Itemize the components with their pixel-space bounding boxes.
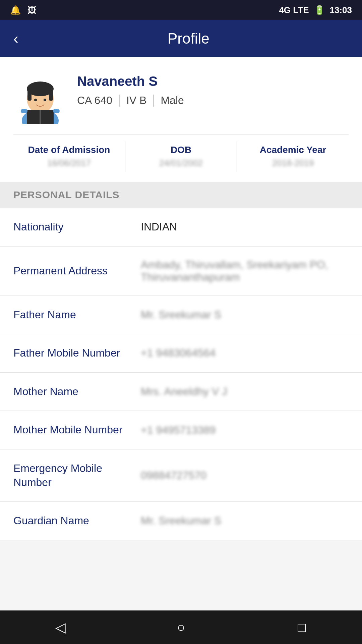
detail-label: Emergency Mobile Number xyxy=(13,462,141,489)
battery-icon: 🔋 xyxy=(314,5,325,15)
svg-point-7 xyxy=(44,99,46,101)
personal-details-header: PERSONAL DETAILS xyxy=(0,182,362,208)
status-bar: 🔔 🖼 4G LTE 🔋 13:03 xyxy=(0,0,362,20)
detail-label: Nationality xyxy=(13,220,141,234)
admission-date-value: 16/06/2017 xyxy=(13,158,125,168)
svg-rect-5 xyxy=(49,89,53,101)
notification-icon: 🔔 xyxy=(10,5,21,15)
detail-row: Guardian NameMr. Sreekumar S xyxy=(0,502,362,540)
detail-label: Permanent Address xyxy=(13,264,141,278)
detail-value: Mr. Sreekumar S xyxy=(141,309,349,321)
page-title: Profile xyxy=(28,30,349,47)
detail-row: Mother NameMrs. Aneeldhy V J xyxy=(0,373,362,411)
detail-label: Mother Name xyxy=(13,385,141,399)
academic-year-value: 2018-2019 xyxy=(237,158,349,168)
detail-value: Ambady, Thiruvallam, Sreekariyam PO, Thi… xyxy=(141,259,349,283)
admission-date-stat: Date of Admission 16/06/2017 xyxy=(13,141,125,172)
detail-value: +1 9495713389 xyxy=(141,424,349,436)
roll-number: CA 640 xyxy=(77,94,119,107)
academic-year-label: Academic Year xyxy=(237,145,349,155)
nav-recent-button[interactable]: □ xyxy=(288,614,315,641)
nav-home-button[interactable]: ○ xyxy=(168,614,194,641)
nav-back-button[interactable]: ◁ xyxy=(47,614,74,641)
svg-rect-11 xyxy=(53,109,60,113)
profile-meta: CA 640 IV B Male xyxy=(77,94,349,107)
detail-value: INDIAN xyxy=(141,221,349,233)
detail-value: +1 9483064564 xyxy=(141,347,349,359)
svg-rect-9 xyxy=(40,110,41,124)
status-right-info: 4G LTE 🔋 13:03 xyxy=(279,5,352,15)
profile-info: Navaneeth S CA 640 IV B Male xyxy=(77,70,349,107)
detail-row: Father Mobile Number+1 9483064564 xyxy=(0,334,362,373)
gender-label: Male xyxy=(154,94,190,107)
profile-card: Navaneeth S CA 640 IV B Male Date of Adm… xyxy=(0,57,362,182)
bottom-nav: ◁ ○ □ xyxy=(0,610,362,644)
detail-label: Mother Mobile Number xyxy=(13,423,141,437)
section-label: IV B xyxy=(120,94,153,107)
svg-point-6 xyxy=(34,99,37,101)
nav-back-icon: ◁ xyxy=(55,620,66,635)
academic-year-stat: Academic Year 2018-2019 xyxy=(237,141,349,172)
detail-value: Mrs. Aneeldhy V J xyxy=(141,385,349,398)
detail-row: Emergency Mobile Number09884727570 xyxy=(0,449,362,502)
detail-label: Guardian Name xyxy=(13,514,141,528)
status-left-icons: 🔔 🖼 xyxy=(10,5,36,15)
detail-label: Father Mobile Number xyxy=(13,346,141,360)
detail-row: Mother Mobile Number+1 9495713389 xyxy=(0,411,362,449)
image-icon: 🖼 xyxy=(27,5,36,15)
dob-value: 24/01/2002 xyxy=(125,158,237,168)
detail-row: NationalityINDIAN xyxy=(0,208,362,247)
svg-rect-10 xyxy=(21,109,27,113)
svg-rect-4 xyxy=(27,89,32,101)
avatar xyxy=(13,70,67,124)
profile-stats: Date of Admission 16/06/2017 DOB 24/01/2… xyxy=(13,134,349,172)
back-button[interactable]: ‹ xyxy=(13,30,18,47)
student-name: Navaneeth S xyxy=(77,74,349,89)
detail-row: Father NameMr. Sreekumar S xyxy=(0,296,362,334)
admission-date-label: Date of Admission xyxy=(13,145,125,155)
nav-home-icon: ○ xyxy=(177,620,185,635)
details-list: NationalityINDIANPermanent AddressAmbady… xyxy=(0,208,362,540)
time-label: 13:03 xyxy=(330,5,352,15)
detail-value: Mr. Sreekumar S xyxy=(141,515,349,527)
detail-row: Permanent AddressAmbady, Thiruvallam, Sr… xyxy=(0,247,362,296)
profile-top: Navaneeth S CA 640 IV B Male xyxy=(13,70,349,124)
main-content: Navaneeth S CA 640 IV B Male Date of Adm… xyxy=(0,57,362,574)
dob-stat: DOB 24/01/2002 xyxy=(125,141,237,172)
network-label: 4G LTE xyxy=(279,5,309,15)
detail-label: Father Name xyxy=(13,308,141,322)
nav-recent-icon: □ xyxy=(298,620,306,635)
detail-value: 09884727570 xyxy=(141,469,349,482)
dob-label: DOB xyxy=(125,145,237,155)
app-header: ‹ Profile xyxy=(0,20,362,57)
